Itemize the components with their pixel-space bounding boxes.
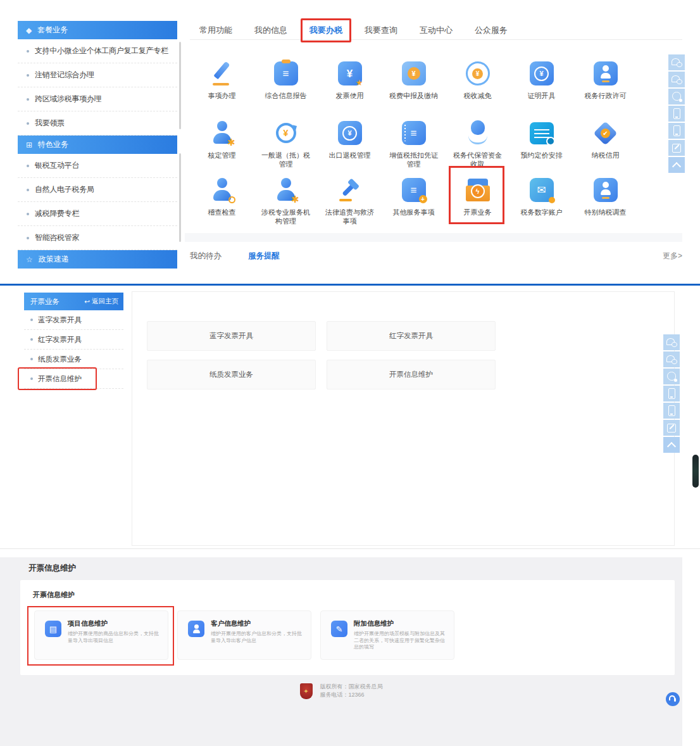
maintain-card-项目信息维护[interactable]: ▤项目信息维护维护开票使用的商品信息和分类，支持批量导入导出项目信息 [34, 610, 168, 660]
wechat-icon[interactable] [663, 334, 680, 350]
sidebar-section-header[interactable]: ⊞特色业务 [18, 136, 177, 154]
wechat-work-icon[interactable] [668, 72, 685, 87]
grid-item-label: 发票使用 [323, 91, 377, 100]
sidebar-item-label: 支持中小微企业个体工商户复工复产专栏 [35, 46, 168, 56]
grid-item-开票业务[interactable]: ϟ开票业务 [446, 170, 509, 227]
sidebar-scrollbar[interactable] [179, 153, 181, 242]
sidebar-section-header[interactable]: ☆政策速递 [18, 250, 177, 269]
grid-item-税费申报及缴纳[interactable]: ¥税费申报及缴纳 [382, 53, 446, 113]
footer-hotline: 服务电话：12366 [320, 691, 383, 699]
invoice-menu-开票信息维护[interactable]: 开票信息维护 [24, 369, 123, 389]
gear-badge-icon: ✱ [227, 138, 235, 146]
grid-item-一般退（抵）税管理[interactable]: ¥一般退（抵）税管理 [254, 113, 318, 170]
sidebar-item[interactable]: 减税降费专栏 [18, 202, 177, 226]
maintain-card-text: 客户信息维护维护开票使用的客户信息和分类，支持批量导入导出客户信息 [211, 619, 306, 659]
sidebar-item[interactable]: 银税互动平台 [18, 154, 177, 178]
tab-我要查询[interactable]: 我要查询 [365, 25, 397, 36]
invoice-button-纸质发票业务[interactable]: 纸质发票业务 [147, 360, 316, 389]
magnifier-badge-icon [228, 196, 235, 203]
grid-item-涉税专业服务机构管理[interactable]: ✱涉税专业服务机构管理 [254, 170, 318, 227]
grid-item-label: 预约定价安排 [515, 151, 568, 160]
qq-icon[interactable] [663, 369, 680, 384]
project-folder-icon: ▤ [45, 621, 61, 637]
tax-declare-icon: ¥ [400, 60, 428, 87]
feedback-icon[interactable] [663, 420, 680, 436]
back-to-home-link[interactable]: ↩ 返回主页 [84, 297, 118, 306]
customer-service-button[interactable] [666, 692, 680, 706]
invoice-sidebar-title: 开票业务 [30, 297, 59, 307]
grid-item-税务代保管资金收取[interactable]: 税务代保管资金收取 [446, 113, 509, 170]
grid-item-label: 开票业务 [451, 208, 504, 217]
grid-item-其他服务事项[interactable]: ≡+其他服务事项 [382, 170, 446, 227]
sidebar-item[interactable]: 跨区域涉税事项办理 [18, 87, 177, 111]
grid-item-label: 核定管理 [196, 151, 249, 160]
grid-item-税务行政许可[interactable]: 税务行政许可 [573, 53, 637, 113]
grid-item-发票使用[interactable]: ¥★发票使用 [318, 53, 382, 113]
feedback-icon[interactable] [668, 140, 685, 156]
bullet-icon [30, 319, 33, 321]
grid-item-预约定价安排[interactable]: 预约定价安排 [509, 113, 573, 170]
invoice-button-蓝字发票开具[interactable]: 蓝字发票开具 [147, 321, 316, 351]
grid-item-事项办理[interactable]: 事项办理 [190, 53, 254, 113]
grid-item-税务数字账户[interactable]: ✉税务数字账户 [509, 170, 573, 227]
other-services-icon: ≡+ [400, 176, 428, 204]
invoice-menu-红字发票开具[interactable]: 红字发票开具 [24, 330, 123, 350]
assess-manage-icon: ✱ [208, 119, 236, 147]
grid-item-税收减免[interactable]: ¥税收减免 [446, 53, 509, 113]
invoice-button-红字发票开具[interactable]: 红字发票开具 [327, 321, 496, 351]
sidebar-scrollbar[interactable] [179, 42, 181, 129]
wechat-icon[interactable] [668, 54, 685, 70]
tab-我的信息[interactable]: 我的信息 [254, 25, 287, 36]
sidebar-item[interactable]: 智能咨税管家 [18, 226, 177, 250]
grid-item-增值税抵扣凭证管理[interactable]: ≡增值税抵扣凭证管理 [382, 113, 446, 170]
grid-item-核定管理[interactable]: ✱核定管理 [190, 113, 254, 170]
todo-tab-我的待办[interactable]: 我的待办 [190, 251, 222, 262]
grid-row: ✱核定管理¥一般退（抵）税管理¥出口退税管理≡增值税抵扣凭证管理税务代保管资金收… [190, 113, 637, 170]
grid-item-证明开具[interactable]: ¥证明开具 [509, 53, 573, 113]
sidebar-item[interactable]: 注销登记综合办理 [18, 63, 177, 87]
grid-item-综合信息报告[interactable]: ≡综合信息报告 [254, 53, 318, 113]
sidebar-section-label: 特色业务 [38, 139, 68, 150]
grid-item-特别纳税调查[interactable]: 特别纳税调查 [573, 170, 637, 227]
tab-互动中心[interactable]: 互动中心 [420, 25, 453, 36]
tax-credit-icon: ✔ [592, 119, 620, 147]
sidebar-item[interactable]: 自然人电子税务局 [18, 178, 177, 202]
invoice-sidebar-header: 开票业务 ↩ 返回主页 [24, 293, 123, 310]
sidebar-section-header[interactable]: ◆套餐业务 [18, 21, 177, 39]
sidebar-item-label: 银税互动平台 [35, 160, 79, 171]
sidebar-section-label: 政策速递 [39, 254, 69, 265]
mobile-app-icon[interactable] [668, 106, 685, 122]
bullet-icon [27, 50, 29, 53]
bullet-icon [30, 377, 33, 380]
tab-公众服务[interactable]: 公众服务 [475, 25, 508, 36]
star-icon: ☆ [26, 256, 33, 263]
tab-我要办税[interactable]: 我要办税 [309, 25, 342, 36]
maintain-card-title: 客户信息维护 [211, 619, 306, 628]
sidebar-item[interactable]: 我要领票 [18, 111, 177, 136]
invoice-menu-纸质发票业务[interactable]: 纸质发票业务 [24, 350, 123, 369]
grid-item-稽查检查[interactable]: 稽查检查 [190, 170, 254, 227]
maintain-card-附加信息维护[interactable]: ✎附加信息维护维护开票使用的场景模板与附加信息及其二者的关系，可快速应用于频繁化… [320, 610, 454, 660]
floating-toolbar [668, 54, 685, 173]
wechat-work-icon[interactable] [663, 351, 680, 367]
apa-calendar-icon [528, 119, 556, 147]
invoice-menu-蓝字发票开具[interactable]: 蓝字发票开具 [24, 310, 123, 330]
mobile-app-icon[interactable] [663, 386, 680, 401]
tab-常用功能[interactable]: 常用功能 [199, 25, 232, 36]
todo-tab-服务提醒[interactable]: 服务提醒 [248, 251, 280, 262]
scroll-thumb[interactable] [692, 455, 699, 488]
mobile-app-icon[interactable] [663, 403, 680, 419]
dot-badge-icon [549, 197, 555, 203]
collapse-icon[interactable] [668, 157, 685, 173]
grid-item-纳税信用[interactable]: ✔纳税信用 [573, 113, 637, 170]
sidebar-item[interactable]: 支持中小微企业个体工商户复工复产专栏 [18, 39, 177, 63]
more-link[interactable]: 更多> [663, 251, 682, 262]
collapse-icon[interactable] [663, 437, 680, 453]
grid-item-法律追责与救济事项[interactable]: 法律追责与救济事项 [318, 170, 382, 227]
qq-icon[interactable] [668, 89, 685, 104]
grid-item-出口退税管理[interactable]: ¥出口退税管理 [318, 113, 382, 170]
maintain-card-客户信息维护[interactable]: 客户信息维护维护开票使用的客户信息和分类，支持批量导入导出客户信息 [177, 610, 311, 660]
star-badge-icon: ★ [356, 79, 363, 87]
mobile-app-icon[interactable] [668, 123, 685, 139]
invoice-button-开票信息维护[interactable]: 开票信息维护 [327, 360, 496, 389]
